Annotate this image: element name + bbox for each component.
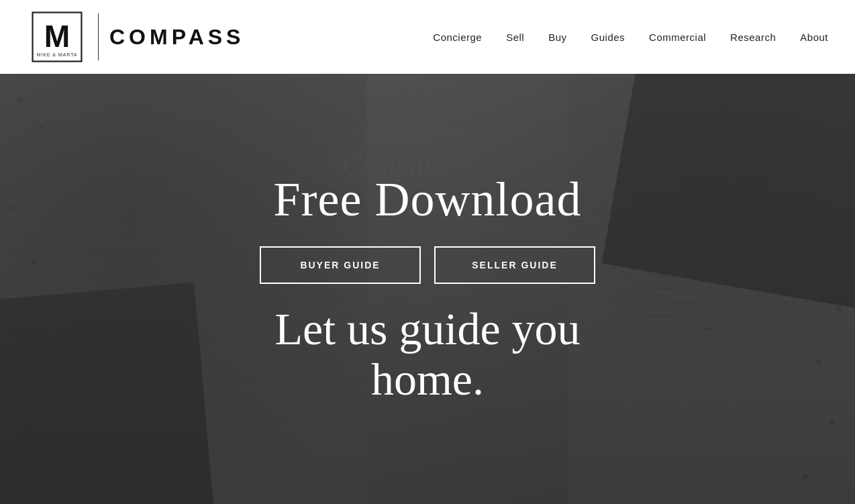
- logo-icon: M MIKE & MARTA: [27, 7, 87, 67]
- svg-point-12: [823, 172, 828, 177]
- hero-title: Free Download: [274, 173, 582, 226]
- svg-point-5: [11, 205, 16, 211]
- buyer-guide-button[interactable]: BUYER GUIDE: [260, 246, 421, 284]
- hero-content: Free Download BUYER GUIDE SELLER GUIDE L…: [246, 160, 609, 418]
- svg-point-17: [803, 474, 808, 479]
- svg-point-13: [809, 239, 815, 244]
- header: M MIKE & MARTA COMPASS Concierge Sell Bu…: [0, 0, 855, 74]
- svg-point-10: [14, 474, 19, 479]
- svg-text:MIKE & MARTA: MIKE & MARTA: [37, 52, 78, 58]
- svg-point-16: [829, 420, 835, 425]
- svg-point-9: [44, 447, 50, 452]
- hero-subtitle-line2: home.: [274, 354, 580, 405]
- svg-point-7: [51, 326, 56, 332]
- svg-text:M: M: [44, 19, 70, 54]
- hero-subtitle: Let us guide you home.: [274, 304, 580, 405]
- hero-subtitle-line1: Let us guide you: [274, 304, 580, 354]
- svg-point-11: [803, 111, 808, 117]
- svg-point-3: [17, 98, 23, 103]
- svg-point-6: [31, 259, 36, 264]
- nav-item-guides[interactable]: Guides: [591, 32, 625, 43]
- svg-point-8: [21, 393, 26, 399]
- svg-point-14: [836, 306, 842, 311]
- logo-area[interactable]: M MIKE & MARTA COMPASS: [27, 7, 244, 67]
- hero-section: Compass Quarterly Free Download BUYER GU…: [0, 74, 855, 504]
- compass-wordmark: COMPASS: [109, 25, 244, 50]
- nav-item-buy[interactable]: Buy: [548, 32, 566, 43]
- bg-shape-left: [0, 283, 217, 504]
- svg-point-15: [816, 360, 821, 365]
- nav-item-sell[interactable]: Sell: [506, 32, 524, 43]
- svg-point-4: [38, 125, 43, 130]
- hero-buttons: BUYER GUIDE SELLER GUIDE: [260, 246, 595, 284]
- nav-item-research[interactable]: Research: [730, 32, 776, 43]
- nav-item-about[interactable]: About: [800, 32, 828, 43]
- main-nav: Concierge Sell Buy Guides Commercial Res…: [433, 32, 828, 43]
- nav-item-commercial[interactable]: Commercial: [649, 32, 706, 43]
- logo-divider: [98, 13, 99, 60]
- bg-shape-right: [602, 74, 855, 310]
- seller-guide-button[interactable]: SELLER GUIDE: [434, 246, 595, 284]
- nav-item-concierge[interactable]: Concierge: [433, 32, 482, 43]
